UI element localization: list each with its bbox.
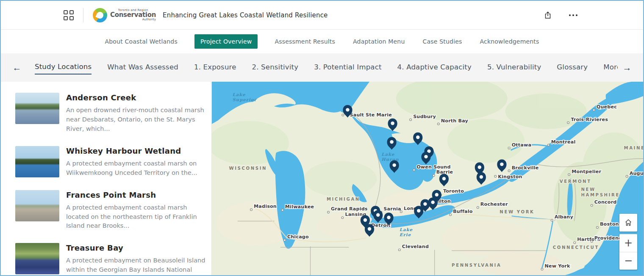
- secondary-nav-tab[interactable]: Glossary: [557, 61, 588, 74]
- city-dot: [591, 204, 593, 207]
- primary-nav-tab[interactable]: Assessment Results: [274, 34, 336, 49]
- city-dot: [341, 217, 344, 219]
- city-label: Trois-Rivieres: [571, 117, 608, 122]
- anderson-creek-photo: [15, 93, 59, 124]
- more-options-icon[interactable]: [567, 9, 580, 22]
- app-header: Toronto and Region Conservation Authorit…: [1, 1, 643, 30]
- city-dot: [567, 121, 569, 124]
- state-label: VERMONT: [560, 179, 591, 184]
- location-description: A protected embayment coastal marsh on W…: [66, 159, 207, 177]
- list-item[interactable]: Whiskey Harbour Wetland A protected emba…: [1, 146, 211, 177]
- city-dot: [398, 249, 400, 251]
- city-dot: [591, 240, 593, 243]
- city-label: Montpelier: [572, 169, 601, 174]
- scroll-right-icon[interactable]: →: [618, 58, 636, 77]
- city-label: Augusta: [630, 171, 643, 176]
- basemap-svg: LakeSuperiorLakeHuronLakeErieWISCONSINMI…: [212, 82, 643, 275]
- city-dot: [400, 211, 402, 213]
- great-lakes-map[interactable]: LakeSuperiorLakeHuronLakeErieWISCONSINMI…: [212, 82, 643, 275]
- study-locations-panel: Anderson Creek An open drowned river-mou…: [1, 82, 212, 275]
- state-label: NEW YORK: [500, 210, 534, 214]
- header-divider: [83, 8, 83, 22]
- city-dot: [342, 114, 344, 116]
- city-dot: [410, 119, 412, 121]
- city-dot: [433, 174, 435, 177]
- city-label: Barrie: [436, 169, 453, 175]
- list-item[interactable]: Frances Point Marsh A protected embaymen…: [1, 190, 211, 231]
- secondary-nav-tabs: Study LocationsWhat Was Assessed1. Expos…: [35, 61, 618, 75]
- city-dot: [541, 268, 543, 270]
- zoom-out-button[interactable]: −: [619, 252, 637, 270]
- city-dot: [508, 170, 510, 172]
- secondary-nav-tab[interactable]: 4. Adaptive Capacity: [397, 61, 472, 74]
- city-label: Concord: [594, 199, 617, 205]
- city-label: Rochester: [480, 201, 508, 207]
- location-title: Treasure Bay: [66, 243, 207, 252]
- city-dot: [477, 207, 479, 209]
- secondary-nav-tab[interactable]: Study Locations: [35, 61, 92, 75]
- frances-point-photo: [15, 190, 59, 221]
- primary-nav-tab[interactable]: About Coastal Wetlands: [104, 34, 178, 49]
- state-label: WISCONSIN: [229, 166, 267, 171]
- city-label: New York: [544, 263, 570, 269]
- logo-line2: Conservation: [110, 12, 156, 18]
- secondary-nav-tab[interactable]: 1. Exposure: [194, 61, 236, 74]
- list-item[interactable]: Treasure Bay A protected embayment on Be…: [1, 243, 211, 275]
- city-label: Cleveland: [402, 244, 429, 249]
- app-grid-icon[interactable]: [64, 10, 74, 20]
- secondary-nav-tab[interactable]: 5. Vulnerability: [487, 61, 541, 74]
- location-description: A protected embayment on Beausoleil Isla…: [66, 256, 207, 275]
- primary-nav: About Coastal WetlandsProject OverviewAs…: [1, 30, 643, 53]
- city-dot: [551, 219, 553, 221]
- city-label: Madison: [254, 204, 277, 209]
- trca-logo[interactable]: Toronto and Region Conservation Authorit…: [93, 8, 156, 22]
- secondary-nav-tab[interactable]: What Was Assessed: [107, 61, 178, 74]
- state-label: CONNECTICUT: [553, 245, 599, 250]
- city-label: Grand Rapids: [331, 206, 368, 212]
- location-title: Frances Point Marsh: [66, 190, 207, 199]
- city-dot: [328, 211, 330, 213]
- primary-nav-tab[interactable]: Acknowledgements: [479, 34, 540, 49]
- trca-logo-icon: [93, 8, 107, 22]
- city-dot: [283, 239, 286, 241]
- scroll-left-icon[interactable]: ←: [8, 58, 26, 77]
- city-dot: [508, 147, 510, 149]
- city-label: Sudbury: [413, 114, 436, 119]
- primary-nav-tab[interactable]: Adaptation Menu: [352, 34, 405, 49]
- city-dot: [574, 242, 576, 244]
- city-label: Sault Ste Marie: [350, 112, 392, 118]
- whiskey-harbour-photo: [15, 146, 59, 177]
- logo-line3: Authority: [110, 18, 156, 21]
- treasure-bay-photo: [15, 243, 59, 274]
- list-item[interactable]: Anderson Creek An open drowned river-mou…: [1, 93, 211, 133]
- city-label: Milwaukee: [285, 204, 314, 210]
- primary-nav-tab[interactable]: Project Overview: [194, 34, 258, 49]
- city-label: North Bay: [441, 118, 468, 124]
- city-label: Albany: [555, 214, 573, 220]
- map-home-button[interactable]: [619, 214, 637, 232]
- state-label: MICHIGAN: [327, 197, 360, 201]
- secondary-nav-tab[interactable]: 3. Potential Impact: [314, 61, 381, 74]
- city-dot: [281, 209, 283, 211]
- location-title: Whiskey Harbour Wetland: [66, 146, 207, 155]
- city-dot: [450, 214, 452, 216]
- secondary-nav-tab[interactable]: More Information: [603, 61, 618, 74]
- storymap-app: Toronto and Region Conservation Authorit…: [0, 0, 644, 276]
- city-label: Boston: [600, 221, 619, 227]
- city-dot: [626, 175, 628, 177]
- location-title: Anderson Creek: [66, 93, 207, 102]
- city-label: Brockville: [512, 165, 539, 171]
- share-icon[interactable]: [541, 9, 554, 22]
- city-label: Kingston: [498, 174, 522, 179]
- secondary-nav: ← Study LocationsWhat Was Assessed1. Exp…: [1, 53, 643, 82]
- zoom-in-button[interactable]: +: [619, 234, 637, 252]
- state-label: PENNSYLVANIA: [452, 263, 501, 268]
- page-title: Enhancing Great Lakes Coastal Wetland Re…: [163, 11, 328, 19]
- city-dot: [494, 175, 497, 177]
- water-label: LakeErie: [400, 227, 413, 237]
- primary-nav-tab[interactable]: Case Studies: [422, 34, 463, 49]
- city-label: Toronto: [443, 188, 464, 194]
- home-icon: [624, 218, 633, 227]
- secondary-nav-tab[interactable]: 2. Sensitivity: [252, 61, 299, 74]
- city-label: Quebec: [597, 104, 617, 110]
